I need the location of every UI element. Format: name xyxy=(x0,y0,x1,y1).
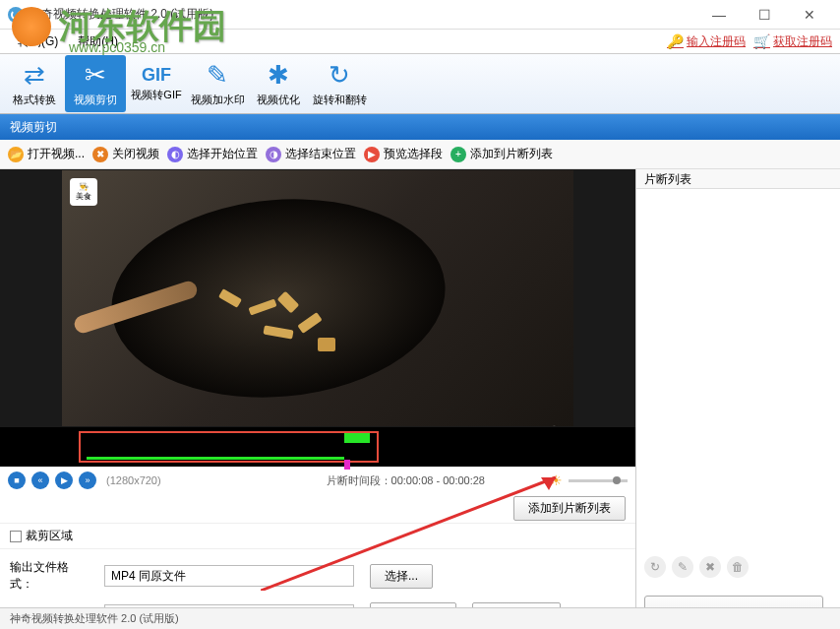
gif-icon: GIF xyxy=(142,65,171,86)
format-label: 输出文件格式： xyxy=(10,559,89,593)
play-button[interactable]: ▶ xyxy=(55,472,73,489)
brush-icon: ✎ xyxy=(207,60,228,91)
brightness-icon: ☀ xyxy=(550,472,563,488)
window-title: 神奇视频转换处理软件 2.0 (试用版) xyxy=(30,6,213,23)
tool-watermark[interactable]: ✎视频加水印 xyxy=(187,55,248,112)
stop-button[interactable]: ■ xyxy=(8,472,26,489)
clip-list[interactable] xyxy=(636,189,840,548)
get-code-link[interactable]: 🛒获取注册码 xyxy=(753,33,832,50)
close-button[interactable]: ✕ xyxy=(787,0,832,30)
tool-rotate[interactable]: ↻旋转和翻转 xyxy=(309,55,370,112)
maximize-button[interactable]: ☐ xyxy=(742,0,787,30)
crop-icon: ✂ xyxy=(85,60,106,91)
cart-icon: 🛒 xyxy=(753,33,770,49)
title-bar: 神奇视频转换处理软件 2.0 (试用版) — ☐ ✕ xyxy=(0,0,840,30)
action-bar: 📂打开视频... ✖关闭视频 ◐选择开始位置 ◑选择结束位置 ▶预览选择段 +添… xyxy=(0,140,840,169)
resolution-text: (1280x720) xyxy=(106,474,161,486)
delete-clip-icon[interactable]: ✖ xyxy=(699,556,721,578)
crop-label: 裁剪区域 xyxy=(26,528,73,544)
brightness-slider[interactable] xyxy=(569,479,628,482)
refresh-clip-icon[interactable]: ↻ xyxy=(644,556,666,578)
marker-start-icon: ◐ xyxy=(167,147,183,162)
app-icon xyxy=(8,7,24,23)
add-clip-button[interactable]: 添加到片断列表 xyxy=(513,496,626,521)
rewind-button[interactable]: « xyxy=(31,472,49,489)
minimize-button[interactable]: — xyxy=(696,0,742,30)
convert-icon: ⇄ xyxy=(24,60,45,91)
timeline[interactable] xyxy=(0,427,635,467)
menu-navigate[interactable]: 转到(G) xyxy=(8,33,68,50)
tool-video-cut[interactable]: ✂视频剪切 xyxy=(65,55,126,112)
edit-clip-icon[interactable]: ✎ xyxy=(672,556,693,578)
source-logo-icon: 👨‍🍳美食 xyxy=(70,178,97,206)
menu-bar: 转到(G) 帮助(H) 🔑输入注册码 🛒获取注册码 xyxy=(0,30,840,53)
choose-format-button[interactable]: 选择... xyxy=(370,564,433,589)
close-video-button[interactable]: ✖关闭视频 xyxy=(92,146,159,162)
play-circle-icon: ▶ xyxy=(364,147,380,162)
clip-list-header: 片断列表 xyxy=(636,169,840,189)
open-video-button[interactable]: 📂打开视频... xyxy=(8,146,85,162)
enter-code-link[interactable]: 🔑输入注册码 xyxy=(667,33,746,50)
forward-button[interactable]: » xyxy=(79,472,96,489)
marker-end-icon: ◑ xyxy=(266,147,281,162)
main-toolbar: ⇄格式转换 ✂视频剪切 GIF视频转GIF ✎视频加水印 ✱视频优化 ↻旋转和翻… xyxy=(0,53,840,114)
video-preview[interactable]: 👨‍🍳美食 小居美食 xyxy=(0,169,635,427)
crop-checkbox[interactable] xyxy=(10,531,22,542)
status-bar: 神奇视频转换处理软件 2.0 (试用版) xyxy=(0,607,840,629)
sparkle-icon: ✱ xyxy=(268,60,289,91)
time-label: 片断时间段： xyxy=(327,474,391,486)
time-range: 00:00:08 - 00:00:28 xyxy=(391,474,485,486)
status-text: 神奇视频转换处理软件 2.0 (试用版) xyxy=(10,611,179,626)
add-to-list-button[interactable]: +添加到片断列表 xyxy=(450,146,553,162)
playhead-marker[interactable] xyxy=(344,433,370,443)
trash-clip-icon[interactable]: 🗑 xyxy=(727,556,749,578)
tool-optimize[interactable]: ✱视频优化 xyxy=(248,55,309,112)
close-circle-icon: ✖ xyxy=(92,147,108,162)
key-icon: 🔑 xyxy=(667,33,684,49)
select-start-button[interactable]: ◐选择开始位置 xyxy=(167,146,258,162)
menu-help[interactable]: 帮助(H) xyxy=(68,33,128,50)
video-caption: 小居美食 xyxy=(543,412,564,420)
end-marker[interactable] xyxy=(344,460,350,470)
rotate-icon: ↻ xyxy=(329,60,350,91)
format-input[interactable] xyxy=(104,565,354,587)
playback-controls: ■ « ▶ » (1280x720) 片断时间段：00:00:08 - 00:0… xyxy=(0,467,635,494)
plus-circle-icon: + xyxy=(450,147,466,162)
preview-button[interactable]: ▶预览选择段 xyxy=(364,146,443,162)
tool-video-gif[interactable]: GIF视频转GIF xyxy=(126,55,187,112)
tool-format-convert[interactable]: ⇄格式转换 xyxy=(4,55,65,112)
select-end-button[interactable]: ◑选择结束位置 xyxy=(266,146,356,162)
section-header: 视频剪切 xyxy=(0,114,840,140)
selection-range[interactable] xyxy=(87,457,344,460)
folder-open-icon: 📂 xyxy=(8,147,24,162)
